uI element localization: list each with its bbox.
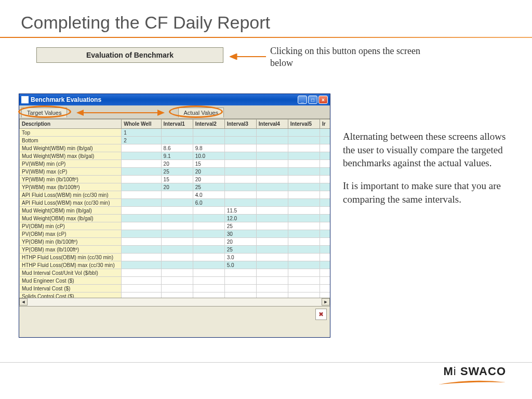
cell[interactable] bbox=[288, 144, 320, 152]
cell[interactable] bbox=[224, 277, 256, 285]
cell[interactable] bbox=[320, 129, 330, 137]
table-row[interactable]: PV(OBM) max (cP)30 bbox=[20, 230, 330, 238]
cell[interactable] bbox=[288, 246, 320, 254]
cell[interactable] bbox=[122, 207, 161, 215]
table-row[interactable]: PV(WBM) min (cP)2015 bbox=[20, 160, 330, 168]
table-row[interactable]: Mud Weight(OBM) max (lb/gal)12.0 bbox=[20, 215, 330, 222]
cell[interactable] bbox=[161, 285, 193, 292]
cell[interactable] bbox=[256, 277, 288, 285]
cell[interactable] bbox=[256, 191, 288, 199]
cell[interactable]: 8.6 bbox=[161, 144, 193, 152]
cell[interactable] bbox=[320, 222, 330, 230]
cell[interactable]: 25 bbox=[193, 183, 224, 191]
cell[interactable] bbox=[193, 207, 224, 215]
col-header[interactable]: Ir bbox=[320, 119, 330, 129]
cell[interactable] bbox=[288, 285, 320, 292]
cell[interactable]: 3.0 bbox=[224, 254, 256, 261]
cell[interactable] bbox=[193, 129, 224, 137]
cell[interactable]: 1 bbox=[122, 129, 161, 137]
cell[interactable]: 20 bbox=[224, 238, 256, 246]
cell[interactable] bbox=[256, 168, 288, 176]
cell[interactable] bbox=[224, 160, 256, 168]
cell[interactable] bbox=[224, 285, 256, 292]
cell[interactable] bbox=[122, 160, 161, 168]
cell[interactable] bbox=[256, 254, 288, 261]
cell[interactable] bbox=[320, 199, 330, 207]
cell[interactable] bbox=[320, 152, 330, 160]
cell[interactable] bbox=[122, 183, 161, 191]
table-row[interactable]: HTHP Fluid Loss(OBM) min (cc/30 min)3.0 bbox=[20, 254, 330, 261]
cell[interactable]: 15 bbox=[193, 160, 224, 168]
cell[interactable] bbox=[161, 230, 193, 238]
cell[interactable] bbox=[256, 215, 288, 222]
cell[interactable] bbox=[193, 261, 224, 269]
horizontal-scrollbar[interactable]: ◄ ► bbox=[19, 298, 330, 306]
cell[interactable] bbox=[224, 176, 256, 183]
cell[interactable] bbox=[320, 183, 330, 191]
close-door-icon[interactable]: ✖ bbox=[315, 309, 327, 320]
scroll-left-icon[interactable]: ◄ bbox=[19, 298, 28, 305]
row-description[interactable]: Top bbox=[20, 129, 122, 137]
cell[interactable] bbox=[288, 129, 320, 137]
cell[interactable] bbox=[256, 160, 288, 168]
cell[interactable] bbox=[224, 137, 256, 144]
cell[interactable]: 25 bbox=[161, 168, 193, 176]
cell[interactable]: 9.8 bbox=[193, 144, 224, 152]
cell[interactable] bbox=[320, 215, 330, 222]
row-description[interactable]: PV(WBM) min (cP) bbox=[20, 160, 122, 168]
table-row[interactable]: PV(WBM) max (cP)2520 bbox=[20, 168, 330, 176]
table-row[interactable]: Mud Weight(WBM) max (lb/gal)9.110.0 bbox=[20, 152, 330, 160]
window-titlebar[interactable]: Benchmark Evaluations _ □ × bbox=[19, 94, 330, 105]
cell[interactable]: 11.5 bbox=[224, 207, 256, 215]
col-header[interactable]: Interval2 bbox=[193, 119, 224, 129]
cell[interactable] bbox=[161, 215, 193, 222]
cell[interactable] bbox=[161, 254, 193, 261]
cell[interactable] bbox=[256, 285, 288, 292]
cell[interactable] bbox=[193, 285, 224, 292]
cell[interactable]: 25 bbox=[224, 222, 256, 230]
table-row[interactable]: API Fluid Loss(WBM) max (cc/30 min)6.0 bbox=[20, 199, 330, 207]
tab-actual-values[interactable]: Actual Values bbox=[178, 108, 224, 117]
benchmark-grid[interactable]: DescriptionWhole WellInterval1Interval2I… bbox=[19, 119, 330, 322]
row-description[interactable]: PV(OBM) max (cP) bbox=[20, 230, 122, 238]
cell[interactable] bbox=[320, 168, 330, 176]
cell[interactable] bbox=[161, 261, 193, 269]
cell[interactable] bbox=[122, 144, 161, 152]
cell[interactable] bbox=[320, 246, 330, 254]
cell[interactable] bbox=[256, 230, 288, 238]
row-description[interactable]: API Fluid Loss(WBM) max (cc/30 min) bbox=[20, 199, 122, 207]
cell[interactable] bbox=[288, 191, 320, 199]
row-description[interactable]: Mud Weight(OBM) max (lb/gal) bbox=[20, 215, 122, 222]
col-header[interactable]: Interval1 bbox=[161, 119, 193, 129]
cell[interactable] bbox=[320, 160, 330, 168]
cell[interactable]: 9.1 bbox=[161, 152, 193, 160]
cell[interactable] bbox=[320, 285, 330, 292]
row-description[interactable]: Mud Weight(WBM) min (lb/gal) bbox=[20, 144, 122, 152]
cell[interactable] bbox=[288, 277, 320, 285]
table-row[interactable]: API Fluid Loss(WBM) min (cc/30 min)4.0 bbox=[20, 191, 330, 199]
cell[interactable] bbox=[224, 144, 256, 152]
cell[interactable] bbox=[288, 261, 320, 269]
cell[interactable] bbox=[224, 168, 256, 176]
cell[interactable] bbox=[256, 199, 288, 207]
cell[interactable] bbox=[288, 199, 320, 207]
cell[interactable] bbox=[193, 277, 224, 285]
cell[interactable] bbox=[256, 183, 288, 191]
cell[interactable] bbox=[288, 269, 320, 277]
cell[interactable]: 10.0 bbox=[193, 152, 224, 160]
cell[interactable] bbox=[161, 269, 193, 277]
cell[interactable] bbox=[320, 137, 330, 144]
cell[interactable] bbox=[256, 238, 288, 246]
cell[interactable] bbox=[122, 168, 161, 176]
cell[interactable] bbox=[122, 176, 161, 183]
cell[interactable] bbox=[161, 137, 193, 144]
cell[interactable] bbox=[224, 269, 256, 277]
cell[interactable] bbox=[256, 222, 288, 230]
table-row[interactable]: Mud Weight(WBM) min (lb/gal)8.69.8 bbox=[20, 144, 330, 152]
table-row[interactable]: Top1 bbox=[20, 129, 330, 137]
cell[interactable] bbox=[161, 277, 193, 285]
cell[interactable] bbox=[288, 168, 320, 176]
table-row[interactable]: Bottom2 bbox=[20, 137, 330, 144]
scroll-right-icon[interactable]: ► bbox=[322, 298, 330, 305]
cell[interactable] bbox=[256, 144, 288, 152]
